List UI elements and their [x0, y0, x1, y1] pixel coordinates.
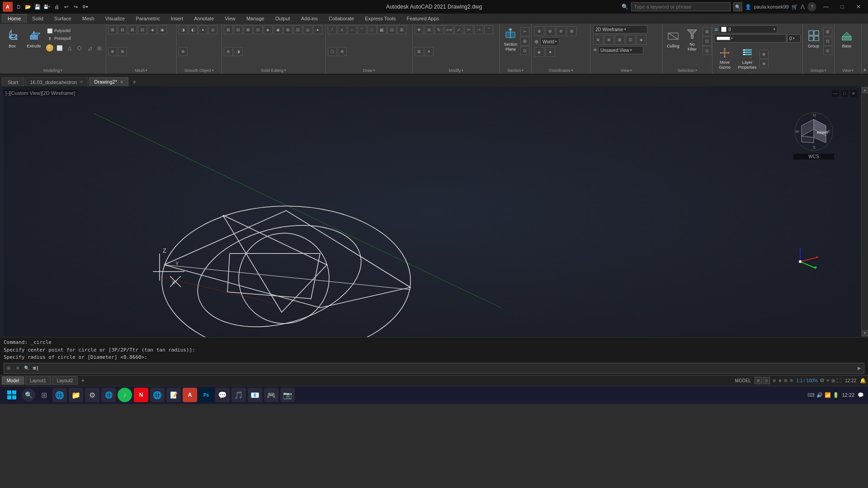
- arc-button[interactable]: ⌒: [358, 25, 367, 34]
- extend-button[interactable]: ⊣: [474, 25, 483, 34]
- smooth-btn-2[interactable]: ◐: [189, 25, 198, 34]
- viewport-expand[interactable]: ⊞: [831, 378, 835, 383]
- open-button[interactable]: 📂: [24, 3, 32, 11]
- user-menu[interactable]: Λ: [801, 3, 805, 10]
- tab-express-tools[interactable]: Express Tools: [359, 14, 401, 23]
- smooth-btn-5[interactable]: ⊛: [179, 47, 188, 56]
- culling-button[interactable]: Culling: [665, 25, 682, 52]
- color-dropdown[interactable]: ▾: [714, 34, 786, 42]
- view-btn-3[interactable]: ⊞: [615, 35, 625, 45]
- doc2-close[interactable]: ✕: [120, 80, 123, 84]
- solid-edit-btn-2[interactable]: ⊟: [234, 25, 243, 34]
- modeling-label[interactable]: Modeling▾: [2, 67, 104, 74]
- mesh-label[interactable]: Mesh▾: [108, 67, 175, 74]
- minimize-button[interactable]: —: [819, 2, 833, 11]
- modify-label[interactable]: Modify▾: [415, 67, 498, 74]
- layer-btn-1[interactable]: ⊕: [760, 50, 769, 59]
- doc1-tab[interactable]: 16.03_dodecahedron ✕: [25, 77, 88, 86]
- mesh-btn-6[interactable]: ◉: [158, 25, 167, 34]
- taskbar-settings[interactable]: ⚙: [85, 388, 99, 402]
- tab-addins[interactable]: Add-ins: [296, 14, 323, 23]
- solid-edit-btn-11[interactable]: ⊛: [224, 47, 233, 56]
- cmd-icon-close[interactable]: ✕: [13, 364, 22, 373]
- copy-button[interactable]: ⧉: [425, 25, 434, 34]
- start-tab[interactable]: Start: [2, 77, 24, 86]
- selection-label[interactable]: Selection▾: [665, 67, 710, 74]
- solid-editing-label[interactable]: Solid Editing▾: [224, 67, 324, 74]
- taskbar-app2[interactable]: 📝: [166, 388, 181, 402]
- add-layout-button[interactable]: +: [79, 376, 87, 385]
- snap-buttons[interactable]: ⊕ ◈ ⊞ ⊗: [772, 378, 794, 383]
- viewport-maximize[interactable]: □: [841, 90, 848, 97]
- solid-edit-btn-8[interactable]: ⊡: [293, 25, 302, 34]
- array-button[interactable]: ⊞: [415, 47, 424, 56]
- doc1-close[interactable]: ✕: [80, 80, 83, 84]
- taskbar-search[interactable]: 🔍: [22, 388, 35, 402]
- tab-parametric[interactable]: Parametric: [130, 14, 165, 23]
- groups-label[interactable]: Groups▾: [805, 67, 832, 74]
- move-button[interactable]: ✥: [415, 25, 424, 34]
- unsaved-view-dropdown[interactable]: Unsaved View▾: [598, 46, 643, 54]
- save-as-button[interactable]: 💾+: [43, 3, 51, 11]
- polyline-button[interactable]: ∧: [338, 25, 347, 34]
- taskbar-app1[interactable]: 🌐: [150, 388, 165, 402]
- view-btn-5[interactable]: ◈: [637, 35, 646, 45]
- sel-btn-1[interactable]: ⊞: [703, 27, 712, 36]
- coord-btn-3[interactable]: ⊛: [556, 26, 566, 36]
- group-btn-1[interactable]: ⊞: [823, 27, 832, 36]
- notification-bell[interactable]: 🔔: [860, 378, 866, 384]
- solid-edit-btn-12[interactable]: ◑: [234, 47, 243, 56]
- tab-view[interactable]: View: [219, 14, 241, 23]
- trim-button[interactable]: ✂: [464, 25, 473, 34]
- view-btn-1[interactable]: ⊕: [593, 35, 603, 45]
- solid-edit-btn-7[interactable]: ⊞: [283, 25, 292, 34]
- move-gizmo-button[interactable]: MoveGizmo: [714, 45, 735, 71]
- extrude-button[interactable]: Extrude: [24, 25, 44, 52]
- model-tab[interactable]: Model: [2, 376, 24, 385]
- plus-button[interactable]: +: [826, 377, 830, 384]
- viewport-full[interactable]: ⛶: [837, 378, 841, 383]
- smooth-btn-3[interactable]: ●: [198, 25, 208, 34]
- group-btn-3[interactable]: ◎: [823, 46, 832, 55]
- smooth-btn-1[interactable]: ◑: [179, 25, 188, 34]
- lineweight-dropdown[interactable]: 0 ▾: [787, 34, 801, 42]
- section-btn-3[interactable]: ⊡: [520, 46, 529, 55]
- windows-start[interactable]: [4, 387, 20, 403]
- section-btn-2[interactable]: ⊞: [520, 37, 529, 46]
- tab-surface[interactable]: Surface: [49, 14, 77, 23]
- fillet-button[interactable]: ⌒: [484, 25, 493, 34]
- tab-featured-apps[interactable]: Featured Apps: [401, 14, 445, 23]
- ribbon-collapse[interactable]: ▲: [862, 23, 868, 74]
- search-submit[interactable]: 🔍: [733, 2, 742, 11]
- circle-button[interactable]: ○: [348, 25, 357, 34]
- mesh-btn-2[interactable]: ⊟: [118, 25, 127, 34]
- hatch-button[interactable]: ▦: [377, 25, 387, 34]
- search-input[interactable]: [631, 2, 731, 11]
- coordinates-label[interactable]: Coordinates▾: [534, 67, 587, 74]
- coord-btn-5[interactable]: ◈: [534, 47, 544, 57]
- solid-edit-btn-4[interactable]: ⊡: [254, 25, 263, 34]
- smooth-object-label[interactable]: Smooth Object▾: [179, 67, 220, 74]
- draw-btn-7[interactable]: ⊡: [387, 25, 396, 34]
- presspull-button[interactable]: ⬆ Presspull: [45, 35, 104, 42]
- taskbar-app7[interactable]: 📷: [280, 388, 295, 402]
- cylinder-button[interactable]: ⬜: [55, 43, 64, 52]
- layers-label[interactable]: Layers▾: [714, 71, 801, 75]
- tab-output[interactable]: Output: [270, 14, 296, 23]
- mesh-btn-3[interactable]: ⊞: [128, 25, 137, 34]
- view-btn-2[interactable]: ⊗: [604, 35, 614, 45]
- help-button[interactable]: ?: [807, 2, 816, 11]
- group-btn-2[interactable]: ⊡: [823, 37, 832, 46]
- taskbar-edge[interactable]: 🌐: [52, 388, 67, 402]
- save-button[interactable]: 💾: [33, 3, 42, 11]
- solid-edit-btn-10[interactable]: ●: [313, 25, 322, 34]
- layout1-tab[interactable]: Layout1: [25, 376, 51, 385]
- rotate-button[interactable]: ↻: [434, 25, 443, 34]
- coord-btn-1[interactable]: ⊕: [534, 26, 544, 36]
- taskbar-spotify[interactable]: ♪: [118, 388, 132, 402]
- maximize-button[interactable]: □: [835, 2, 849, 11]
- scale-button[interactable]: ⤢: [454, 25, 463, 34]
- layer-properties-button[interactable]: LayerProperties: [737, 45, 758, 71]
- command-input[interactable]: [31, 363, 855, 373]
- notification-center[interactable]: 💬: [857, 391, 864, 399]
